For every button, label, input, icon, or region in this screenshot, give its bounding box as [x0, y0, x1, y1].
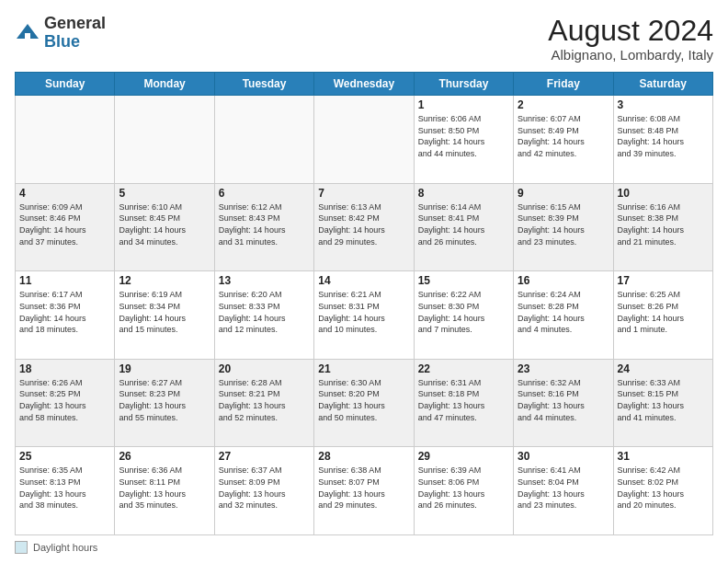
day-info: Sunrise: 6:26 AM Sunset: 8:25 PM Dayligh…	[19, 377, 110, 423]
table-row: 19Sunrise: 6:27 AM Sunset: 8:23 PM Dayli…	[115, 359, 214, 447]
logo-blue-text: Blue	[44, 32, 80, 51]
table-row: 13Sunrise: 6:20 AM Sunset: 8:33 PM Dayli…	[214, 271, 313, 360]
day-info: Sunrise: 6:07 AM Sunset: 8:49 PM Dayligh…	[518, 113, 609, 159]
table-row	[214, 96, 313, 184]
day-info: Sunrise: 6:28 AM Sunset: 8:21 PM Dayligh…	[219, 377, 310, 423]
day-info: Sunrise: 6:08 AM Sunset: 8:48 PM Dayligh…	[618, 113, 709, 159]
logo: General Blue	[15, 15, 106, 52]
calendar: Sunday Monday Tuesday Wednesday Thursday…	[15, 72, 713, 535]
table-row	[115, 96, 214, 184]
day-info: Sunrise: 6:21 AM Sunset: 8:31 PM Dayligh…	[318, 289, 409, 335]
page: General Blue August 2024 Albignano, Lomb…	[0, 0, 728, 563]
day-info: Sunrise: 6:10 AM Sunset: 8:45 PM Dayligh…	[119, 201, 210, 247]
day-info: Sunrise: 6:32 AM Sunset: 8:16 PM Dayligh…	[518, 377, 609, 423]
day-number: 15	[418, 274, 509, 287]
table-row: 9Sunrise: 6:15 AM Sunset: 8:39 PM Daylig…	[514, 183, 613, 271]
table-row: 3Sunrise: 6:08 AM Sunset: 8:48 PM Daylig…	[613, 96, 712, 184]
day-number: 16	[518, 274, 609, 287]
table-row: 16Sunrise: 6:24 AM Sunset: 8:28 PM Dayli…	[514, 271, 613, 360]
day-info: Sunrise: 6:31 AM Sunset: 8:18 PM Dayligh…	[418, 377, 509, 423]
logo-icon	[15, 20, 40, 46]
table-row: 2Sunrise: 6:07 AM Sunset: 8:49 PM Daylig…	[514, 96, 613, 184]
day-info: Sunrise: 6:19 AM Sunset: 8:34 PM Dayligh…	[119, 289, 210, 335]
day-info: Sunrise: 6:42 AM Sunset: 8:02 PM Dayligh…	[618, 465, 709, 511]
table-row: 15Sunrise: 6:22 AM Sunset: 8:30 PM Dayli…	[414, 271, 513, 360]
day-info: Sunrise: 6:15 AM Sunset: 8:39 PM Dayligh…	[518, 201, 609, 247]
day-number: 27	[219, 450, 310, 463]
calendar-week-row: 25Sunrise: 6:35 AM Sunset: 8:13 PM Dayli…	[16, 447, 713, 535]
day-info: Sunrise: 6:06 AM Sunset: 8:50 PM Dayligh…	[418, 113, 509, 159]
day-info: Sunrise: 6:25 AM Sunset: 8:26 PM Dayligh…	[618, 289, 709, 335]
day-info: Sunrise: 6:13 AM Sunset: 8:42 PM Dayligh…	[318, 201, 409, 247]
legend-label: Daylight hours	[33, 542, 97, 553]
header: General Blue August 2024 Albignano, Lomb…	[15, 15, 713, 63]
day-number: 10	[618, 187, 709, 200]
day-number: 11	[19, 274, 110, 287]
table-row: 21Sunrise: 6:30 AM Sunset: 8:20 PM Dayli…	[314, 359, 414, 447]
day-number: 24	[618, 362, 709, 375]
table-row	[16, 96, 115, 184]
month-year: August 2024	[548, 15, 713, 47]
col-sunday: Sunday	[16, 73, 115, 96]
day-number: 29	[418, 450, 509, 463]
table-row: 27Sunrise: 6:37 AM Sunset: 8:09 PM Dayli…	[214, 447, 313, 535]
table-row: 18Sunrise: 6:26 AM Sunset: 8:25 PM Dayli…	[16, 359, 115, 447]
day-info: Sunrise: 6:22 AM Sunset: 8:30 PM Dayligh…	[418, 289, 509, 335]
day-number: 14	[318, 274, 409, 287]
location: Albignano, Lombardy, Italy	[548, 47, 713, 63]
table-row: 31Sunrise: 6:42 AM Sunset: 8:02 PM Dayli…	[613, 447, 712, 535]
col-saturday: Saturday	[613, 73, 712, 96]
day-info: Sunrise: 6:35 AM Sunset: 8:13 PM Dayligh…	[19, 465, 110, 511]
day-number: 28	[318, 450, 409, 463]
day-info: Sunrise: 6:30 AM Sunset: 8:20 PM Dayligh…	[318, 377, 409, 423]
day-info: Sunrise: 6:36 AM Sunset: 8:11 PM Dayligh…	[119, 465, 210, 511]
day-info: Sunrise: 6:39 AM Sunset: 8:06 PM Dayligh…	[418, 465, 509, 511]
table-row: 24Sunrise: 6:33 AM Sunset: 8:15 PM Dayli…	[613, 359, 712, 447]
svg-rect-1	[25, 33, 30, 40]
day-info: Sunrise: 6:20 AM Sunset: 8:33 PM Dayligh…	[219, 289, 310, 335]
logo-general-text: General	[44, 14, 106, 32]
table-row: 8Sunrise: 6:14 AM Sunset: 8:41 PM Daylig…	[414, 183, 513, 271]
day-number: 26	[119, 450, 210, 463]
day-number: 21	[318, 362, 409, 375]
table-row: 20Sunrise: 6:28 AM Sunset: 8:21 PM Dayli…	[214, 359, 313, 447]
day-number: 19	[119, 362, 210, 375]
day-number: 6	[219, 187, 310, 200]
day-number: 12	[119, 274, 210, 287]
calendar-week-row: 1Sunrise: 6:06 AM Sunset: 8:50 PM Daylig…	[16, 96, 713, 184]
title-block: August 2024 Albignano, Lombardy, Italy	[548, 15, 713, 63]
day-number: 13	[219, 274, 310, 287]
table-row: 5Sunrise: 6:10 AM Sunset: 8:45 PM Daylig…	[115, 183, 214, 271]
day-info: Sunrise: 6:38 AM Sunset: 8:07 PM Dayligh…	[318, 465, 409, 511]
day-number: 31	[618, 450, 709, 463]
day-number: 4	[19, 187, 110, 200]
day-number: 30	[518, 450, 609, 463]
day-number: 8	[418, 187, 509, 200]
day-number: 23	[518, 362, 609, 375]
day-info: Sunrise: 6:14 AM Sunset: 8:41 PM Dayligh…	[418, 201, 509, 247]
table-row: 10Sunrise: 6:16 AM Sunset: 8:38 PM Dayli…	[613, 183, 712, 271]
day-info: Sunrise: 6:24 AM Sunset: 8:28 PM Dayligh…	[518, 289, 609, 335]
table-row: 6Sunrise: 6:12 AM Sunset: 8:43 PM Daylig…	[214, 183, 313, 271]
table-row	[314, 96, 414, 184]
col-tuesday: Tuesday	[214, 73, 313, 96]
day-number: 2	[518, 98, 609, 111]
day-info: Sunrise: 6:12 AM Sunset: 8:43 PM Dayligh…	[219, 201, 310, 247]
col-monday: Monday	[115, 73, 214, 96]
table-row: 11Sunrise: 6:17 AM Sunset: 8:36 PM Dayli…	[16, 271, 115, 360]
calendar-header-row: Sunday Monday Tuesday Wednesday Thursday…	[16, 73, 713, 96]
col-thursday: Thursday	[414, 73, 513, 96]
table-row: 25Sunrise: 6:35 AM Sunset: 8:13 PM Dayli…	[16, 447, 115, 535]
day-info: Sunrise: 6:16 AM Sunset: 8:38 PM Dayligh…	[618, 201, 709, 247]
day-info: Sunrise: 6:41 AM Sunset: 8:04 PM Dayligh…	[518, 465, 609, 511]
day-number: 5	[119, 187, 210, 200]
day-number: 25	[19, 450, 110, 463]
day-number: 18	[19, 362, 110, 375]
day-number: 1	[418, 98, 509, 111]
table-row: 4Sunrise: 6:09 AM Sunset: 8:46 PM Daylig…	[16, 183, 115, 271]
day-info: Sunrise: 6:37 AM Sunset: 8:09 PM Dayligh…	[219, 465, 310, 511]
table-row: 22Sunrise: 6:31 AM Sunset: 8:18 PM Dayli…	[414, 359, 513, 447]
day-info: Sunrise: 6:17 AM Sunset: 8:36 PM Dayligh…	[19, 289, 110, 335]
table-row: 17Sunrise: 6:25 AM Sunset: 8:26 PM Dayli…	[613, 271, 712, 360]
day-number: 20	[219, 362, 310, 375]
